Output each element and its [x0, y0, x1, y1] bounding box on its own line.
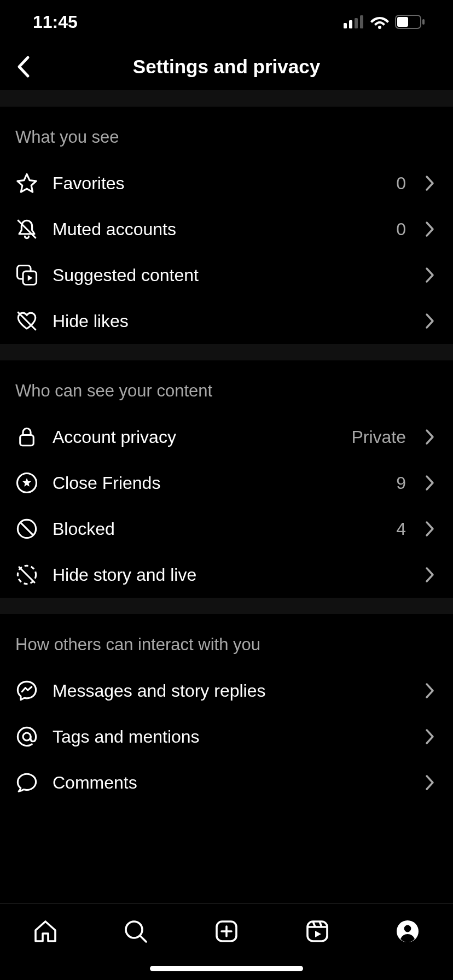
row-hide-story-live[interactable]: Hide story and live	[0, 552, 453, 598]
comments-icon	[15, 771, 38, 794]
row-label: Tags and mentions	[53, 727, 408, 747]
svg-point-18	[23, 733, 31, 740]
row-tags-mentions[interactable]: Tags and mentions	[0, 714, 453, 760]
row-label: Suggested content	[53, 265, 408, 285]
section-divider	[0, 90, 453, 107]
settings-content: What you see Favorites 0	[0, 90, 453, 980]
status-time: 11:45	[27, 12, 78, 32]
svg-rect-6	[397, 17, 408, 27]
chevron-right-icon	[422, 176, 438, 191]
page-title: Settings and privacy	[133, 56, 320, 78]
tab-profile[interactable]	[391, 915, 424, 948]
lock-icon	[15, 425, 38, 448]
star-icon	[15, 172, 38, 195]
hide-story-icon	[15, 563, 38, 586]
svg-rect-3	[360, 15, 363, 28]
tab-search[interactable]	[119, 915, 152, 948]
row-muted-accounts[interactable]: Muted accounts 0	[0, 206, 453, 252]
row-label: Comments	[53, 773, 408, 793]
svg-line-17	[19, 567, 34, 582]
row-suggested-content[interactable]: Suggested content	[0, 252, 453, 298]
chevron-right-icon	[422, 683, 438, 698]
row-hide-likes[interactable]: Hide likes	[0, 298, 453, 344]
section-divider	[0, 598, 453, 614]
tab-create[interactable]	[210, 915, 243, 948]
tab-bar	[0, 903, 453, 980]
row-value: 4	[396, 519, 406, 539]
chevron-right-icon	[422, 567, 438, 582]
chevron-right-icon	[422, 429, 438, 445]
row-favorites[interactable]: Favorites 0	[0, 160, 453, 206]
tab-home[interactable]	[29, 915, 62, 948]
home-icon	[32, 918, 59, 944]
chevron-right-icon	[422, 521, 438, 536]
row-value: 0	[396, 173, 406, 194]
svg-point-4	[378, 26, 381, 29]
chevron-right-icon	[422, 729, 438, 744]
blocked-icon	[15, 517, 38, 540]
section-what-you-see: What you see Favorites 0	[0, 107, 453, 344]
row-messages-story-replies[interactable]: Messages and story replies	[0, 668, 453, 714]
svg-line-20	[140, 936, 146, 942]
chevron-right-icon	[422, 313, 438, 329]
row-value: Private	[351, 427, 406, 447]
section-header: What you see	[0, 107, 453, 160]
at-icon	[15, 725, 38, 748]
tab-reels[interactable]	[301, 915, 334, 948]
svg-rect-7	[422, 19, 425, 25]
muted-bell-icon	[15, 218, 38, 241]
suggested-icon	[15, 264, 38, 287]
svg-rect-12	[20, 435, 34, 446]
cellular-signal-icon	[344, 15, 364, 28]
row-blocked[interactable]: Blocked 4	[0, 506, 453, 552]
svg-rect-24	[307, 921, 327, 941]
wifi-icon	[370, 15, 390, 29]
svg-point-29	[404, 925, 411, 932]
row-account-privacy[interactable]: Account privacy Private	[0, 414, 453, 460]
plus-square-icon	[213, 918, 240, 944]
section-header: How others can interact with you	[0, 614, 453, 668]
row-label: Favorites	[53, 173, 382, 194]
chevron-right-icon	[422, 475, 438, 491]
svg-rect-2	[355, 18, 358, 28]
profile-icon	[394, 918, 421, 944]
svg-rect-0	[344, 23, 347, 28]
section-interact: How others can interact with you Message…	[0, 614, 453, 806]
status-bar: 11:45	[0, 0, 453, 44]
header: Settings and privacy	[0, 44, 453, 90]
row-value: 0	[396, 219, 406, 240]
row-label: Muted accounts	[53, 219, 382, 240]
svg-line-15	[20, 522, 33, 535]
row-comments[interactable]: Comments	[0, 760, 453, 806]
row-label: Hide likes	[53, 311, 408, 331]
section-divider	[0, 344, 453, 360]
row-value: 9	[396, 473, 406, 493]
battery-icon	[395, 15, 426, 29]
svg-rect-1	[349, 20, 352, 28]
row-close-friends[interactable]: Close Friends 9	[0, 460, 453, 506]
row-label: Close Friends	[53, 473, 382, 493]
row-label: Account privacy	[53, 427, 337, 447]
messenger-icon	[15, 679, 38, 702]
chevron-right-icon	[422, 775, 438, 790]
search-icon	[123, 918, 149, 944]
row-label: Hide story and live	[53, 565, 408, 585]
reels-icon	[304, 918, 330, 944]
chevron-right-icon	[422, 221, 438, 237]
close-friends-icon	[15, 471, 38, 494]
row-label: Blocked	[53, 519, 382, 539]
section-who-can-see: Who can see your content Account privacy…	[0, 360, 453, 598]
chevron-right-icon	[422, 267, 438, 283]
hide-likes-icon	[15, 310, 38, 332]
back-button[interactable]	[7, 50, 39, 83]
section-header: Who can see your content	[0, 360, 453, 414]
status-icons	[344, 15, 426, 29]
home-indicator	[150, 966, 303, 971]
chevron-left-icon	[16, 55, 30, 78]
row-label: Messages and story replies	[53, 681, 408, 701]
